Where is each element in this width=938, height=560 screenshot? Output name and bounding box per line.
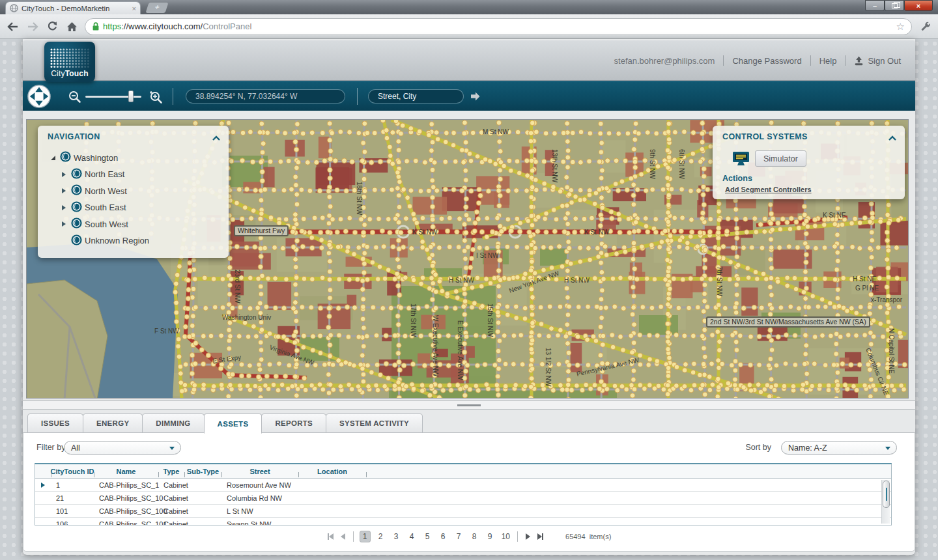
sign-out-button[interactable]: Sign Out (854, 56, 901, 66)
map-street-label: E Executive Ave NW (457, 320, 464, 380)
control-systems-title: CONTROL SYSTEMS (722, 132, 808, 141)
row-selector-cell (35, 479, 51, 492)
help-link[interactable]: Help (819, 56, 837, 66)
table-row[interactable]: 1CAB-Philips_SC_1CabinetRosemount Ave NW (35, 479, 891, 492)
tree-item-washington[interactable]: Washington (38, 150, 229, 165)
tree-collapsed-icon[interactable] (62, 188, 66, 193)
tab-system-activity[interactable]: SYSTEM ACTIVITY (326, 413, 423, 433)
sort-dropdown[interactable]: Name: A-Z (781, 441, 897, 455)
minimize-button[interactable]: – (865, 0, 885, 11)
column-header-street[interactable]: Street (221, 464, 298, 479)
page-4[interactable]: 4 (406, 531, 418, 542)
page-8[interactable]: 8 (469, 531, 480, 542)
close-button[interactable]: × (904, 0, 933, 11)
tree-item-label: North West (85, 186, 127, 196)
splitter-handle-icon[interactable] (457, 404, 481, 406)
column-header-sub-type[interactable]: Sub-Type (184, 464, 221, 479)
cell-location (298, 479, 366, 492)
column-divider (298, 472, 299, 477)
add-segment-controllers-link[interactable]: Add Segment Controllers (725, 186, 812, 193)
map-segment-label: Whitehurst Fwy (234, 225, 289, 236)
column-header-citytouch-id[interactable]: CityTouch ID (51, 464, 94, 479)
search-go-button[interactable] (468, 90, 481, 105)
cell-street: Columbia Rd NW (221, 492, 298, 505)
reload-button[interactable] (46, 20, 59, 33)
next-page-button[interactable] (524, 533, 532, 540)
tree-collapsed-icon[interactable] (62, 205, 66, 210)
first-page-button[interactable] (327, 533, 335, 540)
column-header-location[interactable]: Location (298, 464, 366, 479)
tree-item-north-west[interactable]: North West (38, 184, 229, 198)
cell-citytouch-id: 106 (51, 518, 94, 525)
tab-dimming[interactable]: DIMMING (142, 413, 204, 433)
coordinates-field[interactable]: 38.894254° N, 77.032644° W (186, 89, 345, 104)
new-tab-button[interactable]: + (145, 3, 168, 13)
cell-citytouch-id: 21 (51, 492, 94, 505)
tab-issues[interactable]: ISSUES (27, 413, 83, 433)
map-street-label: 9th St NW (649, 149, 656, 179)
logo-dot-grid (49, 47, 91, 69)
page-6[interactable]: 6 (438, 531, 449, 542)
divider (517, 531, 518, 542)
tree-item-unknown-region[interactable]: Unknown Region (38, 234, 229, 248)
change-password-link[interactable]: Change Password (732, 56, 801, 66)
url-bar[interactable]: https://www.citytouch.com/ControlPanel ☆ (85, 18, 912, 35)
sign-out-icon (854, 56, 864, 66)
cell-type: Cabinet (158, 518, 184, 525)
column-header-name[interactable]: Name (94, 464, 158, 479)
search-input[interactable]: Street, City (368, 89, 464, 104)
tab-energy[interactable]: ENERGY (83, 413, 143, 433)
zoom-in-button[interactable] (148, 89, 163, 107)
tree-item-label: Washington (74, 153, 118, 163)
forward-button[interactable] (26, 20, 39, 33)
map-street-label: 23rd St NW (234, 270, 241, 303)
map-street-label: x-Transpor (871, 296, 903, 303)
tab-assets[interactable]: ASSETS (204, 413, 263, 434)
zoom-slider-knob[interactable] (128, 91, 134, 102)
back-button[interactable] (7, 20, 20, 33)
page-7[interactable]: 7 (453, 531, 464, 542)
map-street-label: 13th St NW (551, 149, 558, 183)
page-1[interactable]: 1 (360, 531, 371, 542)
bookmark-star-icon[interactable]: ☆ (896, 21, 905, 33)
divider (357, 88, 358, 105)
scrollbar-thumb[interactable] (883, 481, 890, 508)
map-street-label: K St NE (823, 212, 846, 219)
tree-collapsed-icon[interactable] (62, 172, 66, 177)
page-5[interactable]: 5 (422, 531, 433, 542)
previous-page-button[interactable] (339, 533, 347, 540)
browser-tab[interactable]: CityTouch - DemoMarketin × (5, 1, 141, 14)
page-2[interactable]: 2 (375, 531, 386, 542)
page-9[interactable]: 9 (485, 531, 496, 542)
table-row[interactable]: 21CAB-Philips_SC_10CabinetColumbia Rd NW (35, 492, 891, 505)
collapse-panel-icon[interactable] (888, 132, 897, 144)
tab-reports[interactable]: REPORTS (261, 413, 326, 433)
window-controls: – × (865, 0, 933, 11)
divider (173, 88, 173, 105)
tree-expanded-icon[interactable] (51, 156, 55, 160)
home-button[interactable] (65, 20, 78, 33)
collapse-panel-icon[interactable] (212, 132, 221, 144)
restore-button[interactable] (885, 0, 904, 11)
last-page-button[interactable] (536, 533, 544, 540)
panel-splitter[interactable] (23, 400, 915, 410)
map-viewport[interactable]: M St NWK St NWK St NWI St NWH St NWH St … (26, 119, 909, 399)
tree-item-south-west[interactable]: South West (38, 217, 229, 231)
tree-item-south-east[interactable]: South East (38, 201, 229, 215)
zoom-out-button[interactable] (67, 89, 83, 107)
tree-item-north-east[interactable]: North East (38, 167, 229, 182)
table-row[interactable]: 101CAB-Philips_SC_100CabinetL St NW (35, 505, 891, 518)
filter-dropdown[interactable]: All (64, 441, 181, 455)
table-row[interactable]: 106CAB-Philips_SC_101CabinetSwann St NW (35, 518, 891, 525)
page-10[interactable]: 10 (500, 531, 511, 542)
map-street-label: G Pl NE (855, 285, 879, 292)
tab-close-icon[interactable]: × (132, 5, 136, 12)
map-street-label: 6th St NW (678, 149, 685, 179)
table-scrollbar[interactable] (881, 480, 890, 524)
simulator-button[interactable]: Simulator (755, 150, 806, 167)
column-header-type[interactable]: Type (158, 464, 184, 479)
tree-collapsed-icon[interactable] (62, 221, 66, 227)
wrench-menu-icon[interactable] (918, 20, 931, 33)
pan-compass[interactable] (27, 84, 51, 111)
page-3[interactable]: 3 (391, 531, 402, 542)
